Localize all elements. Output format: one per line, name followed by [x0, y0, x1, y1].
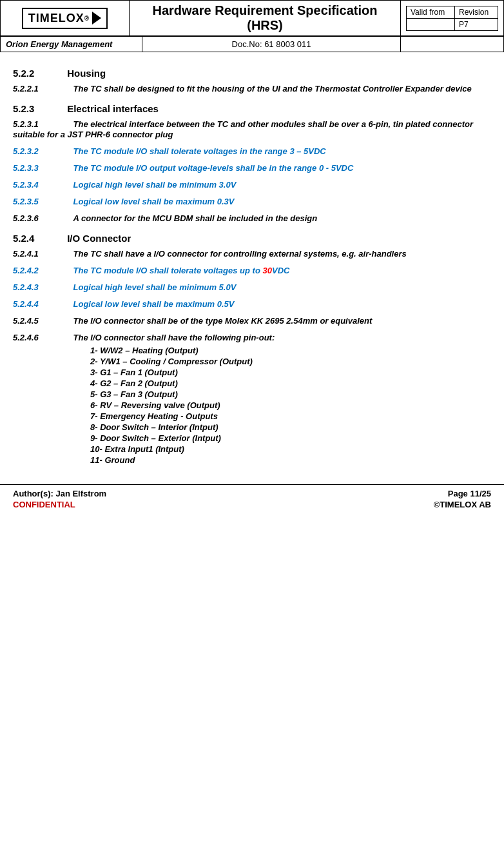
document-content: 5.2.2 Housing 5.2.2.1 The TC shall be de…: [0, 52, 504, 478]
section-524-title: I/O Connector: [67, 233, 131, 244]
footer-row-2: CONFIDENTIAL ©TIMELOX AB: [13, 500, 491, 509]
pin-out-list: 1- W/W2 – Heating (Output) 2- Y/W1 – Coo…: [90, 346, 491, 465]
req-5221: 5.2.2.1 The TC shall be designed to fit …: [13, 84, 491, 94]
pin-5: 5- G3 – Fan 3 (Output): [90, 389, 491, 399]
info-spacer: [401, 37, 504, 52]
section-523-num: 5.2.3: [13, 103, 64, 114]
revision-value: P7: [455, 18, 498, 30]
meta-info: Valid from Revision P7: [401, 1, 504, 36]
section-522-heading: 5.2.2 Housing: [13, 68, 491, 79]
req-5221-text: The TC shall be designed to fit the hous…: [73, 84, 472, 93]
req-5242: 5.2.4.2 The TC module I/O shall tolerate…: [13, 266, 491, 276]
author-label: Author(s): Jan Elfstrom: [13, 489, 106, 498]
req-5242-num: 5.2.4.2: [13, 266, 71, 275]
req-5246-num: 5.2.4.6: [13, 333, 71, 342]
document-info-row: Orion Energy Management Doc.No: 61 8003 …: [0, 36, 504, 52]
req-5231-num: 5.2.3.1: [13, 119, 71, 129]
req-5243-text: Logical high level shall be minimum 5.0V: [73, 282, 237, 292]
pin-2: 2- Y/W1 – Cooling / Compressor (Output): [90, 357, 491, 366]
pin-9: 9- Door Switch – Exterior (Intput): [90, 433, 491, 443]
req-5244-num: 5.2.4.4: [13, 299, 71, 309]
revision-label: Revision: [455, 6, 498, 18]
org-name: Orion Energy Management: [1, 37, 142, 52]
document-footer: Author(s): Jan Elfstrom Page 11/25 CONFI…: [0, 484, 504, 513]
req-5246-text: The I/O connector shall have the followi…: [73, 333, 275, 342]
section-523-title: Electrical interfaces: [67, 103, 159, 114]
doc-no: Doc.No: 61 8003 011: [142, 37, 401, 52]
section-524-heading: 5.2.4 I/O Connector: [13, 233, 491, 244]
req-5241: 5.2.4.1 The TC shall have a I/O connecto…: [13, 249, 491, 259]
req-5243: 5.2.4.3 Logical high level shall be mini…: [13, 282, 491, 293]
req-5246: 5.2.4.6 The I/O connector shall have the…: [13, 333, 491, 465]
req-5233: 5.2.3.3 The TC module I/O output voltage…: [13, 163, 491, 173]
req-5245: 5.2.4.5 The I/O connector shall be of th…: [13, 316, 491, 326]
valid-from-label: Valid from: [407, 6, 455, 18]
req-5245-num: 5.2.4.5: [13, 316, 71, 326]
page-info: Page 11/25: [448, 489, 491, 498]
req-5245-text: The I/O connector shall be of the type M…: [73, 316, 373, 326]
req-5234-num: 5.2.3.4: [13, 180, 71, 190]
pin-6: 6- RV – Reversing valve (Output): [90, 400, 491, 410]
req-5233-text: The TC module I/O output voltage-levels …: [73, 163, 354, 173]
req-5244-text: Logical low level shall be maximum 0.5V: [73, 299, 235, 309]
author-info: Author(s): Jan Elfstrom: [13, 489, 106, 498]
pin-11: 11- Ground: [90, 455, 491, 465]
pin-7: 7- Emergency Heating - Outputs: [90, 411, 491, 421]
req-5234: 5.2.3.4 Logical high level shall be mini…: [13, 180, 491, 190]
req-5234-text: Logical high level shall be minimum 3.0V: [73, 180, 237, 190]
req-5232-text: The TC module I/O shall tolerate voltage…: [73, 146, 326, 156]
req-5241-num: 5.2.4.1: [13, 249, 71, 259]
logo-triangle-icon: [92, 12, 101, 25]
req-5232-num: 5.2.3.2: [13, 146, 71, 156]
footer-row-1: Author(s): Jan Elfstrom Page 11/25: [13, 489, 491, 498]
doc-no-value: 61 8003 011: [264, 39, 311, 49]
req-5221-num: 5.2.2.1: [13, 84, 71, 93]
document-header: TIMELOX® Hardware Requirement Specificat…: [0, 0, 504, 36]
pin-1: 1- W/W2 – Heating (Output): [90, 346, 491, 355]
page-label: Page 11/25: [448, 489, 491, 498]
req-5236-text: A connector for the MCU BDM shall be inc…: [73, 213, 318, 223]
timelox-logo: TIMELOX®: [22, 8, 108, 29]
req-5241-text: The TC shall have a I/O connector for co…: [73, 249, 407, 259]
pin-8: 8- Door Switch – Interior (Intput): [90, 422, 491, 432]
req-5231-text: The electrical interface between the TC …: [13, 119, 473, 139]
section-522-num: 5.2.2: [13, 68, 64, 79]
logo-trademark: ®: [84, 15, 90, 22]
req-5235-num: 5.2.3.5: [13, 197, 71, 206]
pin-10: 10- Extra Input1 (Intput): [90, 444, 491, 454]
highlight-30: 30: [263, 266, 272, 275]
req-5235-text: Logical low level shall be maximum 0.3V: [73, 197, 235, 206]
logo-cell: TIMELOX®: [1, 1, 130, 36]
req-5243-num: 5.2.4.3: [13, 282, 71, 292]
req-5233-num: 5.2.3.3: [13, 163, 71, 173]
section-524-num: 5.2.4: [13, 233, 64, 244]
section-522-title: Housing: [67, 68, 106, 79]
req-5242-text: The TC module I/O shall tolerate voltage…: [73, 266, 290, 275]
doc-no-label: Doc.No:: [232, 39, 262, 49]
req-5244: 5.2.4.4 Logical low level shall be maxim…: [13, 299, 491, 309]
copyright-label: ©TIMELOX AB: [434, 500, 491, 509]
req-5236-num: 5.2.3.6: [13, 213, 71, 223]
logo-text: TIMELOX: [28, 12, 84, 25]
valid-from-value: [407, 18, 455, 30]
confidential-label: CONFIDENTIAL: [13, 500, 75, 509]
section-523-heading: 5.2.3 Electrical interfaces: [13, 103, 491, 114]
pin-3: 3- G1 – Fan 1 (Output): [90, 368, 491, 377]
document-title: Hardware Requirement Specification (HRS): [130, 1, 401, 36]
req-5231: 5.2.3.1 The electrical interface between…: [13, 119, 491, 140]
req-5235: 5.2.3.5 Logical low level shall be maxim…: [13, 197, 491, 207]
pin-4: 4- G2 – Fan 2 (Output): [90, 378, 491, 388]
req-5232: 5.2.3.2 The TC module I/O shall tolerate…: [13, 146, 491, 157]
req-5236: 5.2.3.6 A connector for the MCU BDM shal…: [13, 213, 491, 224]
